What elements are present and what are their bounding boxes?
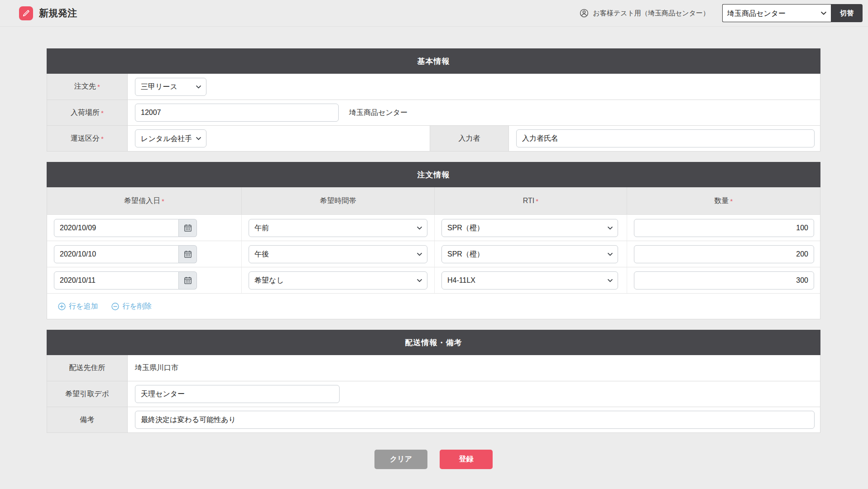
page-title: 新規発注 <box>39 7 77 19</box>
rti-select[interactable]: SPR（橙） <box>441 245 618 263</box>
remarks-label: 備考 <box>47 407 128 432</box>
delivery-address-row: 配送先住所 埼玉県川口市 <box>47 355 820 381</box>
order-row: 午前 SPR（橙） <box>47 214 820 241</box>
arrival-place-label: 入荷場所* <box>47 100 128 125</box>
delivery-address-label: 配送先住所 <box>47 355 128 381</box>
transport-type-label: 運送区分* <box>47 126 128 151</box>
form-actions: クリア 登録 <box>47 450 820 469</box>
main-content: 基本情報 注文先* 三甲リース 入荷場所* <box>47 48 820 469</box>
delivery-info-section: 配送情報・備考 配送先住所 埼玉県川口市 希望引取デポ 備考 <box>47 330 820 433</box>
required-mark: * <box>536 197 538 205</box>
entry-person-label: 入力者 <box>430 126 509 151</box>
col-header-qty: 数量* <box>627 187 820 214</box>
arrival-place-input[interactable] <box>135 104 339 122</box>
time-slot-select[interactable]: 希望なし <box>249 271 427 290</box>
date-input[interactable] <box>54 219 179 237</box>
submit-button[interactable]: 登録 <box>440 450 493 469</box>
remarks-input[interactable] <box>135 411 815 429</box>
remove-row-link[interactable]: 行を削除 <box>111 302 151 311</box>
topbar: 新規発注 お客様テスト用（埼玉商品センター） 埼玉商品センター 切替 <box>0 0 868 27</box>
quantity-input[interactable] <box>634 271 814 290</box>
entry-person-input[interactable] <box>516 129 815 147</box>
transport-type-select[interactable]: レンタル会社手配 <box>135 129 206 147</box>
required-mark: * <box>101 135 104 142</box>
col-header-date: 希望借入日* <box>47 187 242 214</box>
calendar-button[interactable] <box>179 219 197 237</box>
add-row-link[interactable]: 行を追加 <box>58 302 98 311</box>
order-row: 午後 SPR（橙） <box>47 241 820 267</box>
rti-select[interactable]: SPR（橙） <box>441 219 618 237</box>
basic-info-header: 基本情報 <box>47 48 820 74</box>
calendar-button[interactable] <box>179 271 197 290</box>
col-header-rti: RTI* <box>435 187 627 214</box>
required-mark: * <box>101 109 104 117</box>
order-info-table: 希望借入日* 希望時間帯 RTI* 数量* <box>47 187 820 319</box>
required-mark: * <box>97 83 100 90</box>
order-info-header: 注文情報 <box>47 162 820 187</box>
center-select[interactable]: 埼玉商品センター <box>722 4 831 22</box>
date-input[interactable] <box>54 271 179 290</box>
rti-select[interactable]: H4-11LX <box>441 271 618 290</box>
account-label: お客様テスト用（埼玉商品センター） <box>593 9 710 18</box>
basic-info-table: 注文先* 三甲リース 入荷場所* 埼玉商品センター <box>47 74 820 152</box>
delivery-info-header: 配送情報・備考 <box>47 330 820 355</box>
center-switch-group: 埼玉商品センター 切替 <box>722 4 863 22</box>
order-row: 希望なし H4-11LX <box>47 267 820 293</box>
clear-button[interactable]: クリア <box>374 450 427 469</box>
topbar-right: お客様テスト用（埼玉商品センター） 埼玉商品センター 切替 <box>580 4 863 22</box>
time-slot-select[interactable]: 午前 <box>249 219 427 237</box>
transport-entry-row: 運送区分* レンタル会社手配 入力者 <box>47 125 820 151</box>
order-to-select[interactable]: 三甲リース <box>135 78 206 96</box>
pickup-depot-input[interactable] <box>135 385 340 403</box>
quantity-input[interactable] <box>634 245 814 263</box>
plus-circle-icon <box>58 303 66 310</box>
user-icon <box>580 9 589 18</box>
order-info-section: 注文情報 希望借入日* 希望時間帯 RTI* 数量* <box>47 162 820 319</box>
minus-circle-icon <box>111 303 119 310</box>
delivery-info-table: 配送先住所 埼玉県川口市 希望引取デポ 備考 <box>47 355 820 433</box>
switch-button[interactable]: 切替 <box>831 4 863 22</box>
pickup-depot-row: 希望引取デポ <box>47 381 820 407</box>
row-actions: 行を追加 行を削除 <box>47 293 820 319</box>
delivery-address-value: 埼玉県川口市 <box>135 363 178 373</box>
required-mark: * <box>730 197 733 205</box>
calendar-button[interactable] <box>179 245 197 263</box>
basic-info-section: 基本情報 注文先* 三甲リース 入荷場所* <box>47 48 820 152</box>
order-to-label: 注文先* <box>47 74 128 100</box>
quantity-input[interactable] <box>634 219 814 237</box>
pickup-depot-label: 希望引取デポ <box>47 381 128 407</box>
remarks-row: 備考 <box>47 407 820 432</box>
order-table-head: 希望借入日* 希望時間帯 RTI* 数量* <box>47 187 820 214</box>
order-to-row: 注文先* 三甲リース <box>47 74 820 100</box>
arrival-place-row: 入荷場所* 埼玉商品センター <box>47 100 820 125</box>
required-mark: * <box>162 197 164 205</box>
col-header-time: 希望時間帯 <box>242 187 435 214</box>
pencil-icon <box>19 6 33 20</box>
time-slot-select[interactable]: 午後 <box>249 245 427 263</box>
arrival-place-note: 埼玉商品センター <box>349 108 408 118</box>
date-input[interactable] <box>54 245 179 263</box>
